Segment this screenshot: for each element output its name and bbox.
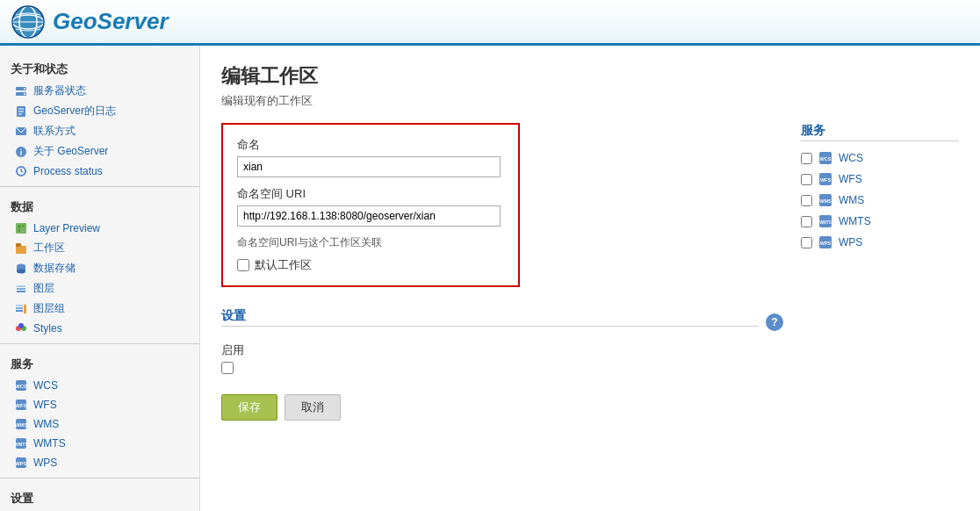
namespace-input[interactable]	[237, 205, 501, 227]
default-workspace-checkbox[interactable]	[237, 259, 249, 271]
sidebar-item-wms[interactable]: WMS WMS	[0, 414, 199, 434]
settings-info-icon[interactable]: ?	[766, 313, 783, 331]
sidebar-section-services: 服务	[0, 349, 199, 376]
settings-title: 设置	[221, 308, 759, 327]
sidebar-section-settings: 设置	[0, 484, 199, 510]
header: GeoServer	[0, 0, 980, 46]
service-checkbox-wms[interactable]	[801, 195, 812, 206]
sidebar-item-styles[interactable]: Styles	[0, 319, 199, 338]
service-item-wcs: WCS WCS	[801, 150, 959, 166]
settings-section: 设置 ? 启用	[221, 308, 783, 377]
svg-rect-29	[16, 310, 23, 312]
sidebar-label-process-status: Process status	[33, 165, 103, 177]
layergroup-icon	[14, 302, 28, 316]
service-checkbox-wmts[interactable]	[801, 216, 812, 227]
service-item-wmts: WMTS WMTS	[801, 213, 959, 229]
page-subtitle: 编辑现有的工作区	[221, 93, 959, 109]
datastore-icon	[14, 262, 28, 276]
service-label-wms[interactable]: WMS	[839, 194, 864, 206]
sidebar-item-workspace[interactable]: 工作区	[0, 238, 199, 258]
logo-area: GeoServer	[11, 4, 169, 40]
cancel-button[interactable]: 取消	[285, 394, 341, 421]
sidebar-label-wms: WMS	[33, 418, 59, 430]
sidebar-item-wcs[interactable]: WCS WCS	[0, 376, 199, 395]
service-checkbox-wcs[interactable]	[801, 153, 812, 164]
svg-text:WCS: WCS	[820, 156, 832, 162]
sidebar-item-layergroup[interactable]: 图层组	[0, 299, 199, 319]
name-input[interactable]	[237, 156, 501, 177]
col-right: 服务 WCS WCS WFS WFS	[783, 123, 959, 421]
sidebar-label-wmts: WMTS	[33, 437, 66, 450]
name-label: 命名	[237, 137, 504, 153]
wcs-sidebar-icon: WCS	[14, 378, 28, 392]
divider-data	[0, 186, 199, 187]
sidebar-item-process-status[interactable]: Process status	[0, 162, 199, 181]
default-workspace-row: 默认工作区	[237, 257, 504, 273]
process-icon	[14, 164, 28, 178]
logo-globe-icon	[11, 4, 46, 40]
sidebar-label-about: 关于 GeoServer	[33, 144, 108, 159]
svg-point-8	[24, 93, 25, 95]
service-item-wps: WPS WPS	[801, 234, 959, 250]
workspace-form-box: 命名 命名空间 URI 命名空间URI与这个工作区关联 默认工作区	[221, 123, 520, 287]
svg-point-25	[17, 269, 25, 273]
sidebar-item-server-status[interactable]: 服务器状态	[0, 81, 199, 101]
log-icon	[14, 104, 28, 119]
sidebar-item-layer-preview[interactable]: Layer Preview	[0, 219, 199, 238]
sidebar-label-contact: 联系方式	[33, 124, 76, 139]
sidebar-item-wps[interactable]: WPS WPS	[0, 453, 199, 472]
svg-text:WFS: WFS	[15, 403, 26, 408]
sidebar-item-about[interactable]: i 关于 GeoServer	[0, 141, 199, 162]
namespace-hint: 命名空间URI与这个工作区关联	[237, 235, 504, 250]
wcs-icon: WCS	[818, 150, 833, 166]
sidebar-item-wmts[interactable]: WMTS WMTS	[0, 434, 199, 453]
svg-text:WMS: WMS	[819, 198, 832, 204]
wps-icon: WPS	[818, 234, 833, 250]
divider-services	[0, 343, 199, 344]
svg-rect-30	[16, 307, 23, 309]
enable-label: 启用	[221, 342, 783, 358]
sidebar-label-layergroup: 图层组	[33, 301, 65, 316]
sidebar-label-layer: 图层	[33, 281, 54, 296]
sidebar-item-contact[interactable]: 联系方式	[0, 121, 199, 141]
svg-rect-19	[22, 225, 25, 227]
save-button[interactable]: 保存	[221, 394, 277, 421]
svg-rect-18	[18, 225, 21, 228]
service-checkbox-wfs[interactable]	[801, 174, 812, 185]
svg-rect-32	[24, 305, 26, 313]
service-label-wfs[interactable]: WFS	[839, 173, 862, 185]
service-label-wps[interactable]: WPS	[839, 236, 862, 248]
svg-text:WMTS: WMTS	[819, 220, 832, 225]
svg-text:WMS: WMS	[15, 422, 27, 428]
wfs-sidebar-icon: WFS	[14, 398, 28, 412]
preview-icon	[14, 221, 28, 235]
sidebar-item-layer[interactable]: 图层	[0, 278, 199, 299]
namespace-label: 命名空间 URI	[237, 186, 504, 202]
middle-content: 编辑工作区 编辑现有的工作区 命名 命名空间 URI 命名空间URI与这个工作区…	[200, 46, 980, 511]
service-label-wcs[interactable]: WCS	[839, 152, 863, 164]
server-icon	[14, 84, 28, 98]
wps-sidebar-icon: WPS	[14, 456, 28, 470]
sidebar-item-geoserver-log[interactable]: GeoServer的日志	[0, 101, 199, 121]
sidebar-label-datastore: 数据存储	[33, 261, 76, 276]
svg-text:WCS: WCS	[15, 384, 27, 389]
divider-settings	[0, 478, 199, 479]
sidebar-label-geoserver-log: GeoServer的日志	[33, 104, 116, 119]
two-col-layout: 命名 命名空间 URI 命名空间URI与这个工作区关联 默认工作区 设置 ?	[221, 123, 959, 421]
sidebar-item-datastore[interactable]: 数据存储	[0, 258, 199, 278]
wmts-icon: WMTS	[818, 213, 833, 229]
default-workspace-label: 默认工作区	[255, 257, 312, 273]
service-label-wmts[interactable]: WMTS	[839, 215, 871, 227]
svg-text:WPS: WPS	[15, 461, 27, 466]
svg-rect-20	[18, 229, 20, 232]
right-panel-title: 服务	[801, 123, 959, 141]
about-icon: i	[14, 145, 28, 159]
svg-rect-26	[17, 291, 25, 292]
sidebar-section-data: 数据	[0, 192, 199, 219]
sidebar-item-wfs[interactable]: WFS WFS	[0, 395, 199, 414]
enable-checkbox[interactable]	[221, 362, 234, 374]
sidebar-label-wfs: WFS	[33, 399, 57, 411]
button-row: 保存 取消	[221, 394, 783, 421]
service-checkbox-wps[interactable]	[801, 237, 812, 248]
settings-header-row: 设置 ?	[221, 308, 783, 335]
